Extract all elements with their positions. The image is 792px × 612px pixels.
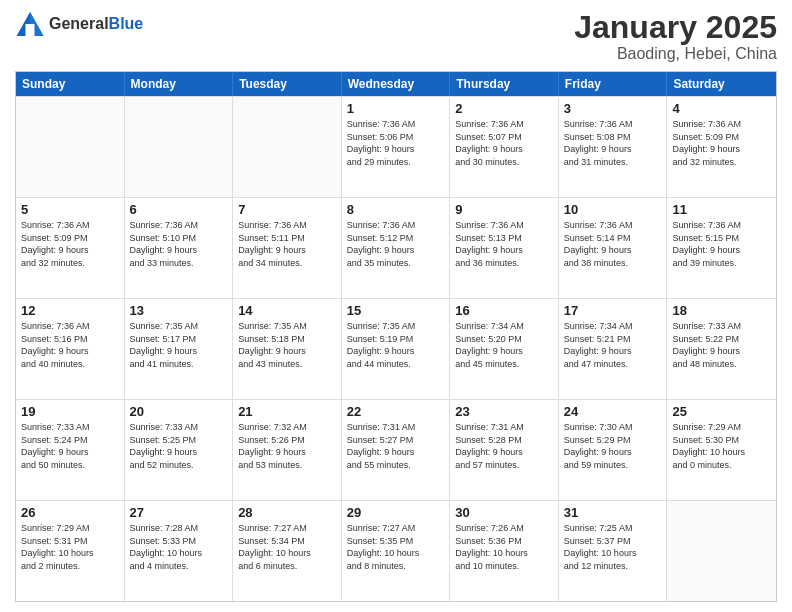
cell-line: Daylight: 10 hours [564, 547, 662, 560]
cell-line: and 47 minutes. [564, 358, 662, 371]
day-number: 28 [238, 505, 336, 520]
cell-line: Sunrise: 7:36 AM [238, 219, 336, 232]
cell-line: and 2 minutes. [21, 560, 119, 573]
cell-details: Sunrise: 7:29 AMSunset: 5:31 PMDaylight:… [21, 522, 119, 572]
cal-cell: 8Sunrise: 7:36 AMSunset: 5:12 PMDaylight… [342, 198, 451, 298]
cal-cell: 31Sunrise: 7:25 AMSunset: 5:37 PMDayligh… [559, 501, 668, 601]
day-number: 2 [455, 101, 553, 116]
cell-line: Sunrise: 7:29 AM [21, 522, 119, 535]
cal-cell: 25Sunrise: 7:29 AMSunset: 5:30 PMDayligh… [667, 400, 776, 500]
cell-line: and 4 minutes. [130, 560, 228, 573]
day-number: 15 [347, 303, 445, 318]
header-thursday: Thursday [450, 72, 559, 96]
cell-details: Sunrise: 7:36 AMSunset: 5:09 PMDaylight:… [21, 219, 119, 269]
cell-line: Daylight: 9 hours [21, 446, 119, 459]
cal-cell [125, 97, 234, 197]
week-row-1: 1Sunrise: 7:36 AMSunset: 5:06 PMDaylight… [16, 96, 776, 197]
cell-line: Sunrise: 7:27 AM [238, 522, 336, 535]
header-sunday: Sunday [16, 72, 125, 96]
cell-line: Sunset: 5:06 PM [347, 131, 445, 144]
header-tuesday: Tuesday [233, 72, 342, 96]
cell-line: Daylight: 9 hours [564, 244, 662, 257]
cell-line: and 0 minutes. [672, 459, 771, 472]
day-number: 7 [238, 202, 336, 217]
cell-details: Sunrise: 7:36 AMSunset: 5:09 PMDaylight:… [672, 118, 771, 168]
cal-cell: 28Sunrise: 7:27 AMSunset: 5:34 PMDayligh… [233, 501, 342, 601]
cell-details: Sunrise: 7:36 AMSunset: 5:08 PMDaylight:… [564, 118, 662, 168]
day-number: 18 [672, 303, 771, 318]
cell-line: Sunrise: 7:36 AM [564, 118, 662, 131]
calendar-header: SundayMondayTuesdayWednesdayThursdayFrid… [16, 72, 776, 96]
cell-details: Sunrise: 7:25 AMSunset: 5:37 PMDaylight:… [564, 522, 662, 572]
day-number: 30 [455, 505, 553, 520]
day-number: 14 [238, 303, 336, 318]
cal-cell: 17Sunrise: 7:34 AMSunset: 5:21 PMDayligh… [559, 299, 668, 399]
cell-details: Sunrise: 7:33 AMSunset: 5:22 PMDaylight:… [672, 320, 771, 370]
cell-line: and 32 minutes. [21, 257, 119, 270]
header-saturday: Saturday [667, 72, 776, 96]
cal-cell: 21Sunrise: 7:32 AMSunset: 5:26 PMDayligh… [233, 400, 342, 500]
cell-line: and 8 minutes. [347, 560, 445, 573]
day-number: 1 [347, 101, 445, 116]
cell-details: Sunrise: 7:33 AMSunset: 5:24 PMDaylight:… [21, 421, 119, 471]
week-row-2: 5Sunrise: 7:36 AMSunset: 5:09 PMDaylight… [16, 197, 776, 298]
cal-cell: 2Sunrise: 7:36 AMSunset: 5:07 PMDaylight… [450, 97, 559, 197]
cell-line: Sunrise: 7:36 AM [672, 219, 771, 232]
title-block: January 2025 Baoding, Hebei, China [574, 10, 777, 63]
cell-line: Daylight: 9 hours [238, 446, 336, 459]
cell-line: Sunrise: 7:31 AM [455, 421, 553, 434]
cell-line: Daylight: 9 hours [130, 345, 228, 358]
cell-line: Daylight: 10 hours [238, 547, 336, 560]
cell-details: Sunrise: 7:27 AMSunset: 5:35 PMDaylight:… [347, 522, 445, 572]
cell-line: Sunset: 5:35 PM [347, 535, 445, 548]
cal-cell: 27Sunrise: 7:28 AMSunset: 5:33 PMDayligh… [125, 501, 234, 601]
logo-general: General [49, 15, 109, 33]
cell-line: Sunset: 5:36 PM [455, 535, 553, 548]
day-number: 6 [130, 202, 228, 217]
cell-line: Daylight: 9 hours [238, 244, 336, 257]
cell-details: Sunrise: 7:35 AMSunset: 5:18 PMDaylight:… [238, 320, 336, 370]
cell-details: Sunrise: 7:35 AMSunset: 5:17 PMDaylight:… [130, 320, 228, 370]
cell-line: Daylight: 9 hours [238, 345, 336, 358]
header-wednesday: Wednesday [342, 72, 451, 96]
cell-line: Daylight: 9 hours [455, 345, 553, 358]
cal-cell: 6Sunrise: 7:36 AMSunset: 5:10 PMDaylight… [125, 198, 234, 298]
cell-line: Sunset: 5:30 PM [672, 434, 771, 447]
week-row-5: 26Sunrise: 7:29 AMSunset: 5:31 PMDayligh… [16, 500, 776, 601]
cell-details: Sunrise: 7:28 AMSunset: 5:33 PMDaylight:… [130, 522, 228, 572]
cell-line: Sunrise: 7:35 AM [238, 320, 336, 333]
cell-line: Sunrise: 7:36 AM [130, 219, 228, 232]
cal-cell: 19Sunrise: 7:33 AMSunset: 5:24 PMDayligh… [16, 400, 125, 500]
cal-cell: 12Sunrise: 7:36 AMSunset: 5:16 PMDayligh… [16, 299, 125, 399]
day-number: 19 [21, 404, 119, 419]
cell-line: Sunset: 5:37 PM [564, 535, 662, 548]
cell-line: Sunrise: 7:25 AM [564, 522, 662, 535]
cell-line: Sunset: 5:27 PM [347, 434, 445, 447]
cell-line: Daylight: 9 hours [672, 345, 771, 358]
logo-blue: Blue [109, 15, 144, 33]
cell-line: and 34 minutes. [238, 257, 336, 270]
cell-line: Sunrise: 7:33 AM [672, 320, 771, 333]
cell-line: Sunrise: 7:32 AM [238, 421, 336, 434]
cell-line: and 30 minutes. [455, 156, 553, 169]
cell-line: Daylight: 10 hours [347, 547, 445, 560]
cal-cell [233, 97, 342, 197]
day-number: 4 [672, 101, 771, 116]
cell-line: Daylight: 9 hours [564, 345, 662, 358]
cell-line: Sunset: 5:34 PM [238, 535, 336, 548]
day-number: 20 [130, 404, 228, 419]
cell-line: Sunset: 5:20 PM [455, 333, 553, 346]
month-title: January 2025 [574, 10, 777, 45]
day-number: 11 [672, 202, 771, 217]
cell-line: Daylight: 9 hours [672, 143, 771, 156]
cell-details: Sunrise: 7:31 AMSunset: 5:27 PMDaylight:… [347, 421, 445, 471]
cell-line: Sunrise: 7:33 AM [130, 421, 228, 434]
cell-line: Daylight: 9 hours [130, 446, 228, 459]
day-number: 31 [564, 505, 662, 520]
cal-cell: 15Sunrise: 7:35 AMSunset: 5:19 PMDayligh… [342, 299, 451, 399]
week-row-3: 12Sunrise: 7:36 AMSunset: 5:16 PMDayligh… [16, 298, 776, 399]
cell-line: Daylight: 9 hours [672, 244, 771, 257]
cell-line: Sunset: 5:09 PM [21, 232, 119, 245]
cal-cell: 30Sunrise: 7:26 AMSunset: 5:36 PMDayligh… [450, 501, 559, 601]
cell-details: Sunrise: 7:35 AMSunset: 5:19 PMDaylight:… [347, 320, 445, 370]
